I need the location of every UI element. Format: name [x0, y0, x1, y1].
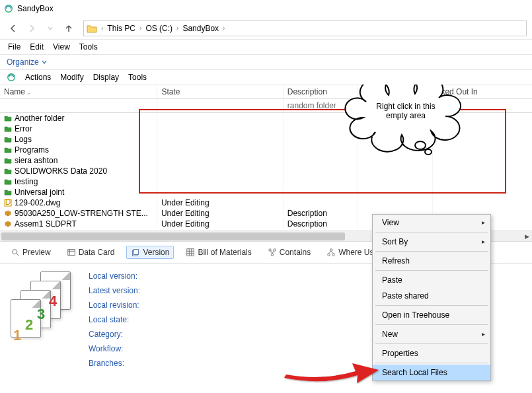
toolbar-display[interactable]: Display	[93, 73, 119, 82]
file-name: siera ashton	[15, 156, 57, 165]
annotation-callout: Right click in this empty area	[344, 85, 469, 157]
file-state	[157, 145, 283, 155]
file-state	[157, 187, 283, 197]
toolbar-tools[interactable]: Tools	[128, 73, 147, 82]
table-row[interactable]: SOLIDWORKS Data 2020Folde	[0, 166, 532, 176]
tab-contains[interactable]: Contains	[264, 246, 315, 258]
svg-point-15	[415, 141, 426, 149]
file-state: Under Editing	[157, 208, 283, 219]
scroll-thumb[interactable]	[1, 232, 345, 240]
file-name: 129-002.dwg	[15, 198, 60, 207]
organize-button[interactable]: Organize	[7, 57, 47, 67]
ctx-view[interactable]: View▸	[373, 215, 490, 231]
version-icon	[131, 248, 140, 257]
chevron-right-icon: ›	[138, 24, 143, 32]
file-description	[283, 166, 358, 176]
context-menu: View▸ Sort By▸ Refresh Paste Paste share…	[372, 214, 491, 381]
menu-edit[interactable]: Edit	[30, 42, 44, 52]
file-name: Assem1 SLDPRT	[15, 219, 77, 229]
up-button[interactable]	[61, 20, 77, 36]
scroll-right-arrow[interactable]: ▶	[521, 231, 532, 242]
app-icon	[7, 73, 16, 82]
where-used-icon	[326, 248, 336, 257]
table-row[interactable]: D129-002.dwgUnder EditingDWG	[0, 197, 532, 208]
annotation-arrow	[283, 345, 382, 386]
app-icon	[4, 4, 13, 13]
ctx-paste[interactable]: Paste	[373, 272, 490, 288]
tab-preview[interactable]: Preview	[7, 246, 55, 258]
file-name: Programs	[15, 145, 49, 155]
ctx-paste-shared[interactable]: Paste shared	[373, 288, 490, 304]
file-name: Logs	[15, 135, 32, 144]
folder-icon	[4, 114, 12, 122]
workflow-label: Workflow:	[89, 344, 140, 353]
folder-icon	[4, 125, 12, 133]
ctx-search-local-files[interactable]: Search Local Files	[373, 365, 490, 380]
pdm-toolbar: Actions Modify Display Tools	[0, 70, 532, 85]
menu-separator	[375, 270, 488, 271]
file-description	[283, 176, 358, 187]
svg-point-4	[13, 250, 17, 254]
file-name: SOLIDWORKS Data 2020	[15, 166, 107, 176]
ctx-open-treehouse[interactable]: Open in Treehouse	[373, 307, 490, 323]
breadcrumb[interactable]: OS (C:)	[143, 24, 175, 33]
tab-version[interactable]: Version	[126, 246, 174, 259]
breadcrumb[interactable]: This PC	[104, 24, 138, 33]
svg-point-16	[425, 149, 432, 155]
nav-bar: › This PC › OS (C:) › SandyBox ›	[0, 17, 532, 40]
file-state: Under Editing	[157, 197, 283, 208]
table-row[interactable]: Universal jointFolde	[0, 187, 532, 197]
svg-point-13	[328, 254, 330, 256]
ctx-refresh[interactable]: Refresh	[373, 253, 490, 269]
part-icon	[4, 220, 12, 228]
svg-point-12	[330, 249, 332, 252]
menu-file[interactable]: File	[8, 42, 20, 52]
toolbar-modify[interactable]: Modify	[60, 73, 83, 82]
category-label: Category:	[89, 330, 140, 339]
svg-point-14	[332, 254, 335, 256]
branches-label: Branches:	[89, 359, 140, 368]
folder-icon	[4, 135, 12, 143]
tab-bom[interactable]: Bill of Materials	[182, 246, 255, 258]
recent-dropdown[interactable]	[42, 20, 58, 36]
forward-button[interactable]	[24, 20, 40, 36]
ctx-sort-by[interactable]: Sort By▸	[373, 234, 490, 250]
file-description: Description	[283, 219, 358, 229]
back-button[interactable]	[5, 20, 21, 36]
menu-separator	[375, 251, 488, 252]
local-version-label: Local version:	[89, 271, 140, 281]
menu-separator	[375, 232, 488, 232]
menu-tools[interactable]: Tools	[79, 42, 98, 52]
latest-version-label: Latest version:	[89, 286, 140, 295]
col-state[interactable]: State	[157, 85, 283, 99]
folder-icon	[87, 23, 97, 34]
breadcrumb[interactable]: SandyBox	[180, 24, 221, 33]
address-bar[interactable]: › This PC › OS (C:) › SandyBox ›	[83, 20, 527, 36]
callout-text: Right click in this empty area	[366, 102, 445, 121]
title-bar: SandyBox	[0, 0, 532, 17]
folder-icon	[4, 178, 12, 186]
svg-rect-7	[134, 250, 139, 255]
tab-data-card[interactable]: Data Card	[63, 246, 119, 258]
table-row[interactable]: testingFolde	[0, 176, 532, 187]
svg-rect-5	[67, 250, 75, 256]
ctx-properties[interactable]: Properties	[373, 345, 490, 361]
toolbar-actions[interactable]: Actions	[25, 73, 51, 82]
folder-icon	[4, 188, 12, 196]
file-name: 95030A250_LOW-STRENGTH STE...	[15, 209, 148, 218]
organize-bar: Organize	[0, 55, 532, 70]
file-name: Universal joint	[15, 188, 64, 197]
col-name[interactable]: Name⌄	[0, 85, 157, 99]
version-labels: Local version: Latest version: Local rev…	[89, 271, 140, 368]
menu-view[interactable]: View	[53, 42, 70, 52]
data-card-icon	[67, 248, 76, 257]
ctx-new[interactable]: New▸	[373, 326, 490, 342]
chevron-right-icon: ›	[100, 24, 104, 32]
chevron-right-icon: ▸	[482, 330, 485, 338]
menu-separator	[375, 343, 488, 344]
part-icon	[4, 209, 12, 217]
local-state-label: Local state:	[89, 315, 140, 324]
menu-separator	[375, 305, 488, 306]
file-state	[157, 176, 283, 187]
file-state: Under Editing	[157, 219, 283, 229]
